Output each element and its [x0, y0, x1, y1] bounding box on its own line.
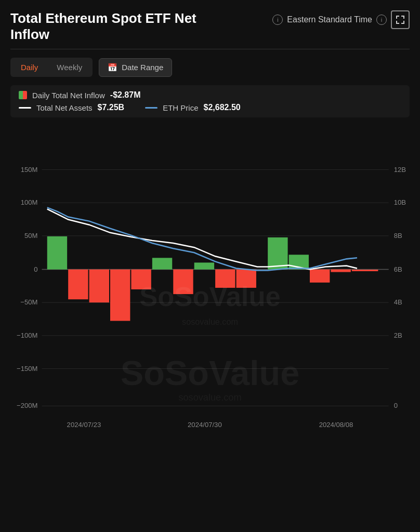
bar-2 — [89, 270, 109, 303]
x-label-2: 2024/08/08 — [319, 421, 353, 429]
page-header: Total Ethereum Spot ETF Net Inflow i Eas… — [10, 10, 410, 49]
svg-rect-5 — [396, 21, 397, 24]
svg-text:6B: 6B — [394, 265, 402, 273]
svg-rect-7 — [403, 21, 404, 24]
bar-10 — [268, 237, 287, 270]
time-tab-group: Daily Weekly — [10, 58, 93, 77]
info-icon-left[interactable]: i — [272, 15, 283, 25]
svg-text:−100M: −100M — [17, 331, 38, 339]
svg-text:−200M: −200M — [17, 402, 38, 410]
date-range-button[interactable]: 📅 Date Range — [99, 58, 172, 77]
svg-text:2B: 2B — [394, 331, 402, 339]
bar-0 — [47, 236, 67, 270]
info-icon-right[interactable]: i — [376, 15, 387, 25]
eth-value: $2,682.50 — [204, 103, 241, 112]
header-controls: i Eastern Standard Time i — [272, 10, 410, 29]
bar-1 — [68, 270, 88, 300]
svg-text:50M: 50M — [24, 232, 38, 240]
legend-assets-eth: Total Net Assets $7.25B ETH Price $2,682… — [19, 103, 401, 112]
svg-text:0: 0 — [34, 265, 37, 273]
chart-area: 150M 100M 50M 0 −50M −100M −150M −200M 1… — [10, 122, 410, 459]
bar-3 — [110, 270, 130, 321]
eth-dash — [145, 107, 158, 109]
chart-controls: Daily Weekly 📅 Date Range — [10, 58, 410, 77]
svg-text:100M: 100M — [21, 199, 38, 207]
expand-icon — [396, 15, 405, 24]
watermark-url-2: sosovalue.com — [178, 393, 241, 403]
svg-text:12B: 12B — [394, 166, 406, 174]
svg-text:150M: 150M — [21, 166, 38, 174]
date-range-label: Date Range — [122, 63, 163, 72]
watermark-logo-2: SoSoValue — [121, 354, 300, 392]
assets-value: $7.25B — [98, 103, 125, 112]
x-label-0: 2024/07/23 — [67, 421, 101, 429]
svg-text:8B: 8B — [394, 232, 402, 240]
timezone-label: Eastern Standard Time — [287, 15, 372, 24]
page-title: Total Ethereum Spot ETF Net Inflow — [10, 10, 208, 43]
bar-13 — [331, 270, 350, 272]
svg-rect-1 — [396, 16, 397, 19]
legend-inflow: Daily Total Net Inflow -$2.87M — [19, 90, 401, 100]
inflow-color-box — [19, 91, 27, 99]
x-label-1: 2024/07/30 — [188, 421, 222, 429]
bar-7 — [194, 263, 214, 270]
svg-rect-3 — [403, 16, 404, 19]
svg-text:10B: 10B — [394, 199, 406, 207]
svg-text:−150M: −150M — [17, 365, 38, 373]
tab-daily[interactable]: Daily — [12, 60, 46, 75]
watermark-url: sosovalue.com — [182, 317, 238, 326]
tab-weekly[interactable]: Weekly — [48, 60, 90, 75]
inflow-value: -$2.87M — [110, 90, 141, 100]
watermark-logo: SoSoValue — [139, 282, 281, 312]
svg-text:−50M: −50M — [20, 299, 37, 307]
svg-text:4B: 4B — [394, 299, 402, 307]
eth-label: ETH Price — [163, 103, 198, 112]
bar-12 — [310, 270, 330, 283]
bar-5 — [152, 258, 172, 270]
svg-text:0: 0 — [394, 402, 398, 410]
assets-label: Total Net Assets — [36, 103, 93, 112]
calendar-icon: 📅 — [108, 63, 117, 72]
legend-area: Daily Total Net Inflow -$2.87M Total Net… — [10, 85, 410, 117]
inflow-label: Daily Total Net Inflow — [32, 91, 105, 100]
chart-svg: 150M 100M 50M 0 −50M −100M −150M −200M 1… — [10, 122, 410, 459]
assets-dash — [19, 107, 31, 109]
expand-button[interactable] — [391, 10, 410, 29]
